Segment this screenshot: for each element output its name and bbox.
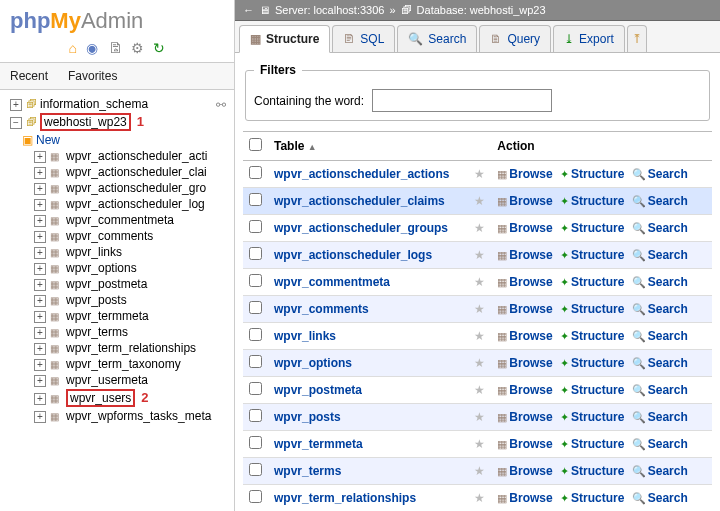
table-link[interactable]: wpvr_term_relationships bbox=[274, 491, 416, 505]
row-checkbox[interactable] bbox=[249, 166, 262, 179]
star-icon[interactable]: ★ bbox=[474, 302, 485, 316]
action-search[interactable]: Search bbox=[648, 383, 688, 397]
action-search[interactable]: Search bbox=[648, 410, 688, 424]
expand-icon[interactable]: + bbox=[34, 359, 46, 371]
action-structure[interactable]: Structure bbox=[571, 248, 624, 262]
table-link[interactable]: wpvr_posts bbox=[274, 410, 341, 424]
action-browse[interactable]: Browse bbox=[509, 167, 552, 181]
action-structure[interactable]: Structure bbox=[571, 383, 624, 397]
row-checkbox[interactable] bbox=[249, 490, 262, 503]
home-icon[interactable]: ⌂ bbox=[69, 40, 77, 56]
expand-icon[interactable]: + bbox=[34, 247, 46, 259]
table-link[interactable]: wpvr_comments bbox=[274, 302, 369, 316]
settings-icon[interactable]: ⚙ bbox=[131, 40, 144, 56]
expand-icon[interactable]: + bbox=[34, 183, 46, 195]
action-browse[interactable]: Browse bbox=[509, 410, 552, 424]
action-structure[interactable]: Structure bbox=[571, 356, 624, 370]
action-browse[interactable]: Browse bbox=[509, 275, 552, 289]
tab-recent[interactable]: Recent bbox=[0, 63, 58, 89]
row-checkbox[interactable] bbox=[249, 193, 262, 206]
expand-icon[interactable]: + bbox=[34, 343, 46, 355]
star-icon[interactable]: ★ bbox=[474, 275, 485, 289]
table-link[interactable]: wpvr_actionscheduler_actions bbox=[274, 167, 449, 181]
tree-table[interactable]: +wpvr_posts bbox=[4, 292, 230, 308]
tree-new[interactable]: ▣New bbox=[4, 132, 230, 148]
expand-icon[interactable]: + bbox=[34, 199, 46, 211]
action-browse[interactable]: Browse bbox=[509, 491, 552, 505]
tree-table[interactable]: +wpvr_users2 bbox=[4, 388, 230, 408]
star-icon[interactable]: ★ bbox=[474, 437, 485, 451]
collapse-icon[interactable]: − bbox=[10, 117, 22, 129]
star-icon[interactable]: ★ bbox=[474, 329, 485, 343]
crumb-server[interactable]: Server: localhost:3306 bbox=[275, 4, 384, 16]
action-browse[interactable]: Browse bbox=[509, 329, 552, 343]
tree-table[interactable]: +wpvr_termmeta bbox=[4, 308, 230, 324]
filter-input[interactable] bbox=[372, 89, 552, 112]
action-search[interactable]: Search bbox=[648, 248, 688, 262]
expand-icon[interactable]: + bbox=[34, 411, 46, 423]
table-link[interactable]: wpvr_commentmeta bbox=[274, 275, 390, 289]
table-link[interactable]: wpvr_actionscheduler_claims bbox=[274, 194, 445, 208]
action-search[interactable]: Search bbox=[648, 491, 688, 505]
tree-db-selected[interactable]: −🗊webhosti_wp231 bbox=[4, 112, 230, 132]
action-browse[interactable]: Browse bbox=[509, 221, 552, 235]
select-all[interactable] bbox=[249, 138, 262, 151]
tree-table[interactable]: +wpvr_comments bbox=[4, 228, 230, 244]
expand-icon[interactable]: + bbox=[34, 393, 46, 405]
docs-icon[interactable]: 🖺 bbox=[108, 40, 122, 56]
tab-search[interactable]: 🔍Search bbox=[397, 25, 477, 52]
action-structure[interactable]: Structure bbox=[571, 329, 624, 343]
tree-table[interactable]: +wpvr_actionscheduler_log bbox=[4, 196, 230, 212]
action-browse[interactable]: Browse bbox=[509, 194, 552, 208]
action-structure[interactable]: Structure bbox=[571, 194, 624, 208]
row-checkbox[interactable] bbox=[249, 274, 262, 287]
expand-icon[interactable]: + bbox=[34, 295, 46, 307]
tab-more[interactable]: ⤒ bbox=[627, 25, 647, 52]
tree-table[interactable]: +wpvr_commentmeta bbox=[4, 212, 230, 228]
tab-structure[interactable]: ▦Structure bbox=[239, 25, 330, 53]
tree-table[interactable]: +wpvr_actionscheduler_clai bbox=[4, 164, 230, 180]
action-structure[interactable]: Structure bbox=[571, 464, 624, 478]
tree-table[interactable]: +wpvr_options bbox=[4, 260, 230, 276]
row-checkbox[interactable] bbox=[249, 247, 262, 260]
left-arrow-icon[interactable]: ← bbox=[243, 4, 254, 16]
star-icon[interactable]: ★ bbox=[474, 464, 485, 478]
table-link[interactable]: wpvr_actionscheduler_logs bbox=[274, 248, 432, 262]
tree-table[interactable]: +wpvr_actionscheduler_gro bbox=[4, 180, 230, 196]
action-structure[interactable]: Structure bbox=[571, 410, 624, 424]
action-structure[interactable]: Structure bbox=[571, 221, 624, 235]
action-browse[interactable]: Browse bbox=[509, 248, 552, 262]
star-icon[interactable]: ★ bbox=[474, 221, 485, 235]
action-search[interactable]: Search bbox=[648, 275, 688, 289]
row-checkbox[interactable] bbox=[249, 409, 262, 422]
expand-icon[interactable]: + bbox=[34, 375, 46, 387]
action-search[interactable]: Search bbox=[648, 302, 688, 316]
reload-icon[interactable]: ↻ bbox=[153, 40, 165, 56]
tree-table[interactable]: +wpvr_links bbox=[4, 244, 230, 260]
action-browse[interactable]: Browse bbox=[509, 383, 552, 397]
tree-db-info-schema[interactable]: +🗊information_schema bbox=[4, 96, 230, 112]
tree-table[interactable]: +wpvr_postmeta bbox=[4, 276, 230, 292]
expand-icon[interactable]: + bbox=[34, 311, 46, 323]
action-browse[interactable]: Browse bbox=[509, 356, 552, 370]
tree-table[interactable]: +wpvr_term_taxonomy bbox=[4, 356, 230, 372]
table-link[interactable]: wpvr_actionscheduler_groups bbox=[274, 221, 448, 235]
table-link[interactable]: wpvr_terms bbox=[274, 464, 341, 478]
row-checkbox[interactable] bbox=[249, 463, 262, 476]
row-checkbox[interactable] bbox=[249, 220, 262, 233]
expand-icon[interactable]: + bbox=[34, 263, 46, 275]
star-icon[interactable]: ★ bbox=[474, 410, 485, 424]
star-icon[interactable]: ★ bbox=[474, 167, 485, 181]
expand-icon[interactable]: + bbox=[34, 167, 46, 179]
tree-table[interactable]: +wpvr_usermeta bbox=[4, 372, 230, 388]
action-search[interactable]: Search bbox=[648, 329, 688, 343]
tree-table[interactable]: +wpvr_actionscheduler_acti bbox=[4, 148, 230, 164]
action-structure[interactable]: Structure bbox=[571, 167, 624, 181]
tree-table[interactable]: +wpvr_terms bbox=[4, 324, 230, 340]
logout-icon[interactable]: ◉ bbox=[86, 40, 98, 56]
table-link[interactable]: wpvr_termmeta bbox=[274, 437, 363, 451]
action-structure[interactable]: Structure bbox=[571, 491, 624, 505]
tab-sql[interactable]: 🖹SQL bbox=[332, 25, 395, 52]
crumb-database[interactable]: Database: webhosti_wp23 bbox=[417, 4, 546, 16]
row-checkbox[interactable] bbox=[249, 301, 262, 314]
